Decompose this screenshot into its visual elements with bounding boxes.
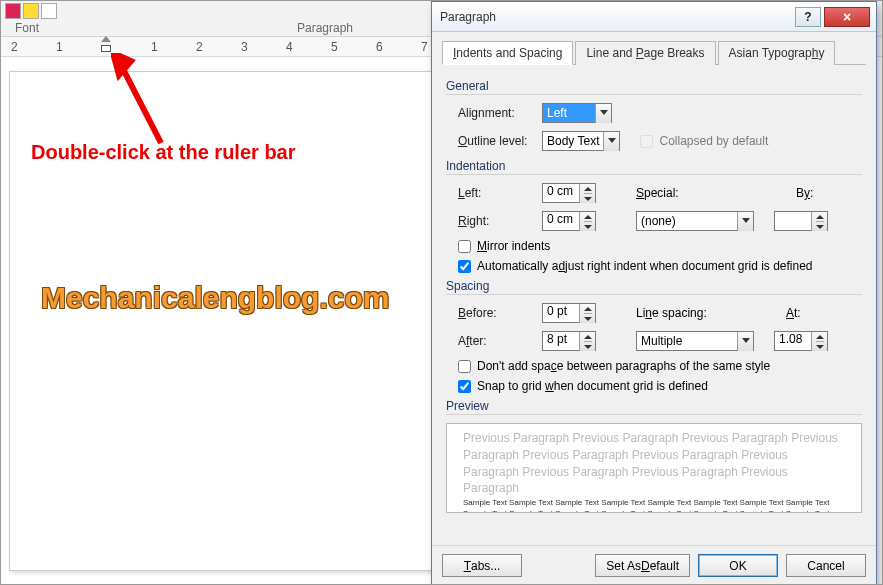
svg-marker-17 (816, 345, 824, 349)
section-general-header: General (446, 79, 862, 95)
indent-left-label: Left: (446, 186, 542, 200)
svg-marker-10 (816, 225, 824, 229)
highlight2-icon[interactable] (23, 3, 39, 19)
preview-panel: Previous Paragraph Previous Paragraph Pr… (446, 423, 862, 513)
tab-line-page-breaks[interactable]: Line and Page Breaks (575, 41, 715, 65)
spinner-up-icon[interactable] (816, 332, 824, 342)
svg-marker-7 (584, 225, 592, 229)
outline-level-label: Outline level: (446, 134, 542, 148)
before-spinner[interactable]: 0 pt (542, 303, 596, 323)
after-spinner[interactable]: 8 pt (542, 331, 596, 351)
dialog-tabs: Indents and Spacing Line and Page Breaks… (442, 40, 866, 65)
spinner-up-icon[interactable] (584, 304, 592, 314)
spinner-down-icon[interactable] (584, 222, 592, 231)
at-label: At: (786, 306, 801, 320)
svg-marker-15 (742, 338, 750, 343)
watermark-text: Mechanicalengblog.com (41, 281, 389, 315)
highlight-icon[interactable] (5, 3, 21, 19)
after-label: After: (446, 334, 542, 348)
svg-marker-2 (600, 110, 608, 115)
set-as-default-button[interactable]: Set As Default (595, 554, 690, 577)
spinner-up-icon[interactable] (584, 332, 592, 342)
cancel-button[interactable]: Cancel (786, 554, 866, 577)
indent-right-label: Right: (446, 214, 542, 228)
annotation-text: Double-click at the ruler bar (31, 141, 296, 164)
outline-level-combo[interactable]: Body Text (542, 131, 620, 151)
svg-marker-12 (584, 317, 592, 321)
svg-marker-3 (608, 138, 616, 143)
font-color-tools (5, 3, 57, 19)
chevron-down-icon[interactable] (595, 104, 611, 123)
indent-marker-icon[interactable] (101, 37, 111, 53)
spinner-up-icon[interactable] (816, 212, 824, 222)
special-combo[interactable]: (none) (636, 211, 754, 231)
spinner-down-icon[interactable] (816, 222, 824, 231)
spinner-up-icon[interactable] (584, 212, 592, 222)
svg-marker-8 (742, 218, 750, 223)
tabs-button[interactable]: Tabs... (442, 554, 522, 577)
tab-indents-spacing[interactable]: Indents and Spacing (442, 41, 573, 65)
collapsed-checkbox: Collapsed by default (640, 134, 768, 148)
paragraph-dialog: Paragraph ? × Indents and Spacing Line a… (431, 1, 877, 585)
spinner-down-icon[interactable] (816, 342, 824, 351)
svg-marker-6 (584, 215, 592, 219)
dont-add-space-checkbox[interactable]: Don't add space between paragraphs of th… (446, 359, 862, 373)
snap-to-grid-checkbox[interactable]: Snap to grid when document grid is defin… (446, 379, 862, 393)
line-spacing-combo[interactable]: Multiple (636, 331, 754, 351)
spinner-down-icon[interactable] (584, 194, 592, 203)
chevron-down-icon[interactable] (737, 212, 753, 231)
dialog-title: Paragraph (438, 10, 496, 24)
svg-marker-5 (584, 197, 592, 201)
by-spinner[interactable] (774, 211, 828, 231)
ribbon-group-font-label: Font (15, 21, 39, 35)
chevron-down-icon[interactable] (603, 132, 619, 151)
mirror-indents-checkbox[interactable]: Mirror indents (446, 239, 862, 253)
section-indentation-header: Indentation (446, 159, 862, 175)
svg-marker-13 (584, 335, 592, 339)
svg-marker-16 (816, 335, 824, 339)
spinner-down-icon[interactable] (584, 342, 592, 351)
alignment-combo[interactable]: Left (542, 103, 612, 123)
svg-marker-14 (584, 345, 592, 349)
ok-button[interactable]: OK (698, 554, 778, 577)
svg-marker-11 (584, 307, 592, 311)
close-button[interactable]: × (824, 7, 870, 27)
spinner-up-icon[interactable] (584, 184, 592, 194)
at-spinner[interactable]: 1.08 (774, 331, 828, 351)
section-spacing-header: Spacing (446, 279, 862, 295)
help-button[interactable]: ? (795, 7, 821, 27)
indent-right-spinner[interactable]: 0 cm (542, 211, 596, 231)
ribbon-group-paragraph-label: Paragraph (297, 21, 353, 35)
spinner-down-icon[interactable] (584, 314, 592, 323)
special-label: Special: (636, 186, 726, 200)
dialog-button-bar: Tabs... Set As Default OK Cancel (432, 545, 876, 585)
before-label: Before: (446, 306, 542, 320)
by-label: By: (796, 186, 813, 200)
fontcolor-icon[interactable] (41, 3, 57, 19)
section-preview-header: Preview (446, 399, 862, 415)
auto-adjust-checkbox[interactable]: Automatically adjust right indent when d… (446, 259, 862, 273)
dialog-titlebar[interactable]: Paragraph ? × (432, 2, 876, 32)
indent-left-spinner[interactable]: 0 cm (542, 183, 596, 203)
svg-marker-4 (584, 187, 592, 191)
svg-marker-9 (816, 215, 824, 219)
tab-asian-typography[interactable]: Asian Typography (718, 41, 836, 65)
alignment-label: Alignment: (446, 106, 542, 120)
line-spacing-label: Line spacing: (636, 306, 726, 320)
chevron-down-icon[interactable] (737, 332, 753, 351)
